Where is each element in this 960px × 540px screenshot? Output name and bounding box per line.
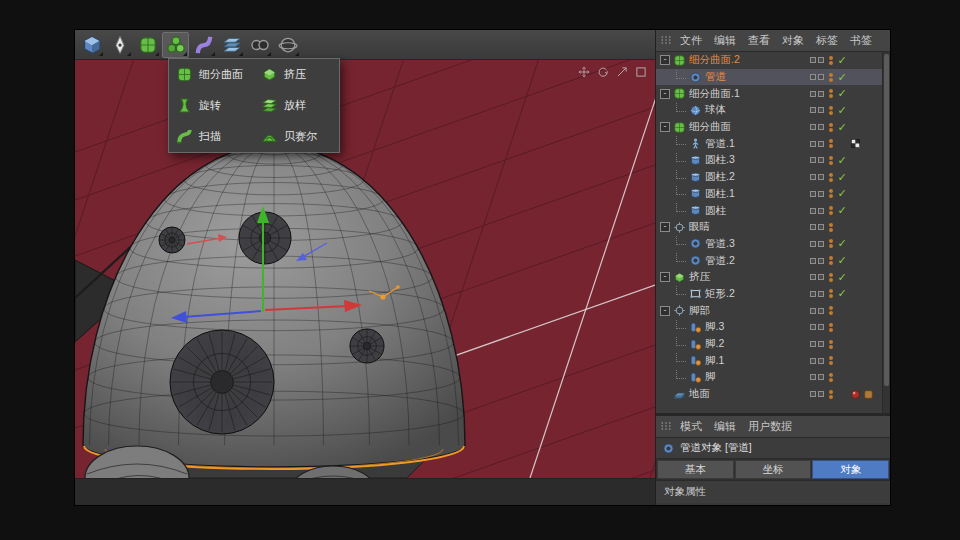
object-row[interactable]: 圆柱.2✓: [656, 169, 890, 186]
layer-toggle[interactable]: [818, 324, 824, 330]
viewport-canvas[interactable]: [75, 60, 655, 478]
layer-toggle[interactable]: [818, 358, 824, 364]
visibility-dots[interactable]: [829, 156, 833, 165]
tree-scrollbar[interactable]: [882, 52, 890, 413]
orbit-icon[interactable]: [597, 66, 609, 78]
layer-toggle[interactable]: [818, 141, 824, 147]
subdivision-surface-tool[interactable]: [134, 32, 161, 58]
visibility-dots[interactable]: [829, 256, 833, 265]
enabled-check-icon[interactable]: ✓: [835, 121, 849, 134]
enabled-check-icon[interactable]: ✓: [835, 171, 849, 184]
om-menu-5[interactable]: 书签: [844, 33, 878, 48]
visibility-dots[interactable]: [829, 173, 833, 182]
layer-toggle[interactable]: [818, 174, 824, 180]
object-row[interactable]: 地面: [656, 386, 890, 403]
layer-toggle[interactable]: [818, 57, 824, 63]
tab-object[interactable]: 对象: [812, 460, 889, 479]
layer-toggle[interactable]: [810, 74, 816, 80]
visibility-dots[interactable]: [829, 73, 833, 82]
object-row[interactable]: 圆柱.1✓: [656, 186, 890, 203]
object-row[interactable]: 管道✓: [656, 69, 890, 86]
enabled-check-icon[interactable]: ✓: [835, 237, 849, 250]
om-menu-0[interactable]: 文件: [674, 33, 708, 48]
object-row[interactable]: -眼睛: [656, 219, 890, 236]
object-row[interactable]: 脚: [656, 369, 890, 386]
layer-toggle[interactable]: [810, 157, 816, 163]
visibility-dots[interactable]: [829, 306, 833, 315]
object-row[interactable]: -挤压✓: [656, 269, 890, 286]
tab-coordinates[interactable]: 坐标: [735, 460, 812, 479]
expander-icon[interactable]: -: [660, 272, 670, 282]
enabled-check-icon[interactable]: ✓: [835, 271, 849, 284]
menu-item-lathe[interactable]: 旋转: [169, 90, 254, 121]
visibility-dots[interactable]: [829, 89, 833, 98]
tab-basic[interactable]: 基本: [657, 460, 734, 479]
visibility-dots[interactable]: [829, 323, 833, 332]
enabled-check-icon[interactable]: ✓: [835, 187, 849, 200]
expander-icon[interactable]: -: [660, 89, 670, 99]
visibility-dots[interactable]: [829, 123, 833, 132]
layer-toggle[interactable]: [810, 341, 816, 347]
zoom-icon[interactable]: [616, 66, 628, 78]
layer-toggle[interactable]: [810, 174, 816, 180]
layer-toggle[interactable]: [810, 224, 816, 230]
layer-toggle[interactable]: [810, 141, 816, 147]
expander-icon[interactable]: -: [660, 55, 670, 65]
visibility-dots[interactable]: [829, 390, 833, 399]
layer-toggle[interactable]: [810, 91, 816, 97]
layer-toggle[interactable]: [810, 308, 816, 314]
scrollbar-thumb[interactable]: [884, 54, 889, 386]
visibility-dots[interactable]: [829, 239, 833, 248]
visibility-dots[interactable]: [829, 56, 833, 65]
object-row[interactable]: 管道.2✓: [656, 252, 890, 269]
object-row[interactable]: -细分曲面.2✓: [656, 52, 890, 69]
om-menu-2[interactable]: 查看: [742, 33, 776, 48]
enabled-check-icon[interactable]: ✓: [835, 104, 849, 117]
object-row[interactable]: 圆柱✓: [656, 202, 890, 219]
menu-item-extrude[interactable]: 挤压: [254, 59, 339, 90]
am-menu-0[interactable]: 模式: [674, 419, 708, 434]
enabled-check-icon[interactable]: ✓: [835, 204, 849, 217]
layer-toggle[interactable]: [818, 374, 824, 380]
viewport[interactable]: [75, 60, 655, 478]
visibility-dots[interactable]: [829, 373, 833, 382]
am-menu-1[interactable]: 编辑: [708, 419, 742, 434]
object-row[interactable]: 管道.1: [656, 135, 890, 152]
object-row[interactable]: 脚.2: [656, 336, 890, 353]
enabled-check-icon[interactable]: ✓: [835, 254, 849, 267]
layer-toggle[interactable]: [818, 391, 824, 397]
object-row[interactable]: -细分曲面.1✓: [656, 85, 890, 102]
layer-toggle[interactable]: [818, 341, 824, 347]
menu-item-sweep[interactable]: 扫描: [169, 121, 254, 152]
layer-toggle[interactable]: [818, 157, 824, 163]
layer-toggle[interactable]: [818, 241, 824, 247]
layer-toggle[interactable]: [810, 241, 816, 247]
add-cube-tool[interactable]: [78, 32, 105, 58]
object-row[interactable]: 圆柱.3✓: [656, 152, 890, 169]
menu-item-bezier[interactable]: 贝赛尔: [254, 121, 339, 152]
layer-toggle[interactable]: [810, 358, 816, 364]
layer-toggle[interactable]: [818, 308, 824, 314]
layer-toggle[interactable]: [818, 224, 824, 230]
object-row[interactable]: 脚.1: [656, 352, 890, 369]
om-menu-3[interactable]: 对象: [776, 33, 810, 48]
visibility-dots[interactable]: [829, 223, 833, 232]
visibility-dots[interactable]: [829, 139, 833, 148]
enabled-check-icon[interactable]: ✓: [835, 87, 849, 100]
object-row[interactable]: 脚.3: [656, 319, 890, 336]
visibility-dots[interactable]: [829, 273, 833, 282]
layer-toggle[interactable]: [818, 274, 824, 280]
layer-toggle[interactable]: [810, 208, 816, 214]
menu-item-subdivision-surface[interactable]: 细分曲面: [169, 59, 254, 90]
om-menu-1[interactable]: 编辑: [708, 33, 742, 48]
layer-toggle[interactable]: [818, 91, 824, 97]
camera-tool[interactable]: [246, 32, 273, 58]
spline-pen-tool[interactable]: [106, 32, 133, 58]
visibility-dots[interactable]: [829, 189, 833, 198]
expander-icon[interactable]: -: [660, 306, 670, 316]
object-row[interactable]: -细分曲面✓: [656, 119, 890, 136]
pan-icon[interactable]: [578, 66, 590, 78]
enabled-check-icon[interactable]: ✓: [835, 154, 849, 167]
layer-toggle[interactable]: [818, 258, 824, 264]
generators-tool[interactable]: [162, 32, 189, 58]
